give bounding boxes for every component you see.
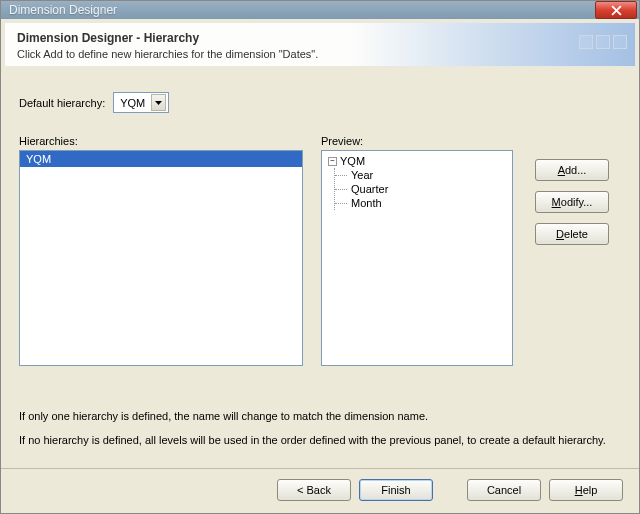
delete-button[interactable]: Delete [535, 223, 609, 245]
modify-button[interactable]: Modify... [535, 191, 609, 213]
tree-root-label: YQM [340, 155, 365, 167]
banner-title: Dimension Designer - Hierarchy [17, 31, 623, 45]
dimension-designer-window: Dimension Designer Dimension Designer - … [0, 0, 640, 514]
tree-children: Year Quarter Month [334, 168, 510, 210]
default-hierarchy-combobox[interactable]: YQM [113, 92, 169, 113]
chevron-down-icon [151, 94, 166, 111]
banner-subtitle: Click Add to define new hierarchies for … [17, 48, 623, 60]
dialog-body: Default hierarchy: YQM Hierarchies: YQM … [1, 70, 639, 468]
tree-item[interactable]: Month [341, 196, 510, 210]
note-line-2: If no hierarchy is defined, all levels w… [19, 434, 621, 446]
banner-decoration [579, 35, 627, 49]
tree-root[interactable]: − YQM [324, 155, 510, 167]
titlebar: Dimension Designer [1, 1, 639, 19]
default-hierarchy-value: YQM [120, 97, 145, 109]
tree-item[interactable]: Year [341, 168, 510, 182]
cancel-button[interactable]: Cancel [467, 479, 541, 501]
header-banner: Dimension Designer - Hierarchy Click Add… [4, 22, 636, 67]
note-line-1: If only one hierarchy is defined, the na… [19, 410, 621, 422]
list-item[interactable]: YQM [20, 151, 302, 167]
svg-marker-2 [155, 101, 162, 105]
hierarchies-panel: Hierarchies: YQM [19, 135, 303, 366]
add-button[interactable]: Add... [535, 159, 609, 181]
close-icon [611, 5, 622, 16]
default-hierarchy-row: Default hierarchy: YQM [19, 92, 621, 113]
window-title: Dimension Designer [9, 3, 117, 17]
notes: If only one hierarchy is defined, the na… [19, 406, 621, 458]
hierarchies-label: Hierarchies: [19, 135, 303, 147]
side-buttons: Add... Modify... Delete [535, 135, 609, 366]
back-button[interactable]: < Back [277, 479, 351, 501]
finish-button[interactable]: Finish [359, 479, 433, 501]
default-hierarchy-label: Default hierarchy: [19, 97, 105, 109]
tree-collapse-icon[interactable]: − [328, 157, 337, 166]
footer-buttons: < Back Finish Cancel Help [1, 468, 639, 513]
close-button[interactable] [595, 1, 637, 19]
preview-tree[interactable]: − YQM Year Quarter Month [321, 150, 513, 366]
hierarchies-listbox[interactable]: YQM [19, 150, 303, 366]
tree-item[interactable]: Quarter [341, 182, 510, 196]
help-button[interactable]: Help [549, 479, 623, 501]
preview-label: Preview: [321, 135, 513, 147]
preview-panel: Preview: − YQM Year Quarter Month [321, 135, 513, 366]
panels-row: Hierarchies: YQM Preview: − YQM Year Qua… [19, 135, 621, 366]
